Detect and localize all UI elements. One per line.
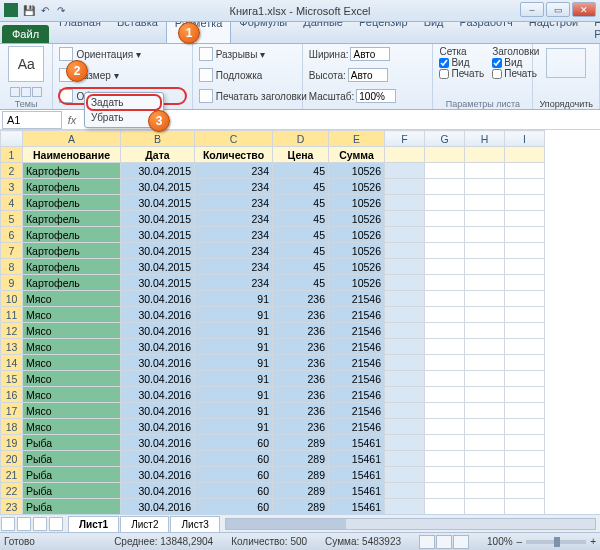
col-header-F[interactable]: F xyxy=(385,131,425,147)
cell[interactable]: Картофель xyxy=(23,227,121,243)
cell[interactable]: 45 xyxy=(273,275,329,291)
cell[interactable]: Рыба xyxy=(23,499,121,515)
cell[interactable]: 60 xyxy=(195,483,273,499)
cell[interactable]: 236 xyxy=(273,291,329,307)
cell[interactable]: 30.04.2016 xyxy=(121,403,195,419)
row-header-16[interactable]: 16 xyxy=(1,387,23,403)
row-header-17[interactable]: 17 xyxy=(1,403,23,419)
cell[interactable]: 15461 xyxy=(329,483,385,499)
cell[interactable]: 289 xyxy=(273,435,329,451)
cell[interactable]: Картофель xyxy=(23,179,121,195)
header-cell[interactable]: Цена xyxy=(273,147,329,163)
zoom-out-icon[interactable]: – xyxy=(517,536,523,547)
cell[interactable]: 15461 xyxy=(329,451,385,467)
row-header-21[interactable]: 21 xyxy=(1,467,23,483)
cell[interactable]: 21546 xyxy=(329,403,385,419)
header-cell[interactable]: Сумма xyxy=(329,147,385,163)
cell[interactable]: 236 xyxy=(273,339,329,355)
cell[interactable]: 234 xyxy=(195,179,273,195)
cell[interactable]: 60 xyxy=(195,435,273,451)
cell[interactable]: 30.04.2016 xyxy=(121,435,195,451)
cell[interactable]: 10526 xyxy=(329,243,385,259)
col-header-H[interactable]: H xyxy=(465,131,505,147)
cell[interactable]: 30.04.2015 xyxy=(121,243,195,259)
cell[interactable]: 21546 xyxy=(329,419,385,435)
close-button[interactable]: ✕ xyxy=(572,2,596,17)
breaks-button[interactable]: Разрывы ▾ xyxy=(216,49,265,60)
cell[interactable]: 45 xyxy=(273,227,329,243)
cell[interactable]: Рыба xyxy=(23,467,121,483)
cell[interactable]: 30.04.2016 xyxy=(121,499,195,515)
cell[interactable]: 30.04.2015 xyxy=(121,179,195,195)
cell[interactable]: 21546 xyxy=(329,355,385,371)
horizontal-scrollbar[interactable] xyxy=(225,518,596,530)
cell[interactable]: 10526 xyxy=(329,275,385,291)
cell[interactable]: 289 xyxy=(273,483,329,499)
row-header-6[interactable]: 6 xyxy=(1,227,23,243)
name-box[interactable]: A1 xyxy=(2,111,62,129)
cell[interactable]: 234 xyxy=(195,275,273,291)
cell[interactable]: 234 xyxy=(195,163,273,179)
sheet-nav[interactable] xyxy=(0,517,64,531)
cell[interactable]: Рыба xyxy=(23,483,121,499)
row-header-19[interactable]: 19 xyxy=(1,435,23,451)
cell[interactable]: 30.04.2015 xyxy=(121,275,195,291)
redo-icon[interactable]: ↷ xyxy=(54,3,68,17)
cell[interactable]: 289 xyxy=(273,467,329,483)
cell[interactable]: 30.04.2015 xyxy=(121,227,195,243)
grid-print-check[interactable] xyxy=(439,69,449,79)
cell[interactable]: 45 xyxy=(273,179,329,195)
cell[interactable]: 91 xyxy=(195,371,273,387)
select-all-cell[interactable] xyxy=(1,131,23,147)
cell[interactable]: 30.04.2016 xyxy=(121,355,195,371)
cell[interactable]: 236 xyxy=(273,307,329,323)
sheet-tab-2[interactable]: Лист2 xyxy=(120,516,169,532)
fx-icon[interactable]: fx xyxy=(64,114,80,126)
col-header-A[interactable]: A xyxy=(23,131,121,147)
worksheet-grid[interactable]: ABCDEFGHI1НаименованиеДатаКоличествоЦена… xyxy=(0,130,600,528)
cell[interactable]: 289 xyxy=(273,451,329,467)
save-icon[interactable]: 💾 xyxy=(22,3,36,17)
cell[interactable]: 21546 xyxy=(329,323,385,339)
cell[interactable]: 30.04.2016 xyxy=(121,339,195,355)
height-input[interactable] xyxy=(348,68,388,82)
cell[interactable]: 91 xyxy=(195,323,273,339)
cell[interactable]: Мясо xyxy=(23,307,121,323)
cell[interactable]: 45 xyxy=(273,259,329,275)
header-cell[interactable]: Дата xyxy=(121,147,195,163)
cell[interactable]: Мясо xyxy=(23,291,121,307)
width-input[interactable] xyxy=(350,47,390,61)
cell[interactable]: 30.04.2016 xyxy=(121,291,195,307)
cell[interactable]: 15461 xyxy=(329,467,385,483)
cell[interactable]: Мясо xyxy=(23,371,121,387)
cell[interactable]: 91 xyxy=(195,307,273,323)
cell[interactable]: Мясо xyxy=(23,387,121,403)
cell[interactable]: 91 xyxy=(195,355,273,371)
cell[interactable]: 45 xyxy=(273,211,329,227)
zoom-control[interactable]: 100% – + xyxy=(487,536,596,547)
cell[interactable]: Мясо xyxy=(23,323,121,339)
cell[interactable]: 10526 xyxy=(329,227,385,243)
themes-button[interactable]: Aa xyxy=(8,46,44,82)
cell[interactable]: Картофель xyxy=(23,195,121,211)
cell[interactable]: Рыба xyxy=(23,451,121,467)
cell[interactable]: 30.04.2016 xyxy=(121,467,195,483)
cell[interactable]: 91 xyxy=(195,339,273,355)
cell[interactable]: 30.04.2015 xyxy=(121,211,195,227)
cell[interactable]: 10526 xyxy=(329,179,385,195)
header-cell[interactable]: Количество xyxy=(195,147,273,163)
row-header-14[interactable]: 14 xyxy=(1,355,23,371)
cell[interactable]: 234 xyxy=(195,243,273,259)
head-print-check[interactable] xyxy=(492,69,502,79)
cell[interactable]: 30.04.2016 xyxy=(121,371,195,387)
row-header-10[interactable]: 10 xyxy=(1,291,23,307)
undo-icon[interactable]: ↶ xyxy=(38,3,52,17)
col-header-G[interactable]: G xyxy=(425,131,465,147)
cell[interactable]: Мясо xyxy=(23,339,121,355)
row-header-4[interactable]: 4 xyxy=(1,195,23,211)
row-header-5[interactable]: 5 xyxy=(1,211,23,227)
cell[interactable]: 30.04.2016 xyxy=(121,451,195,467)
cell[interactable]: 21546 xyxy=(329,371,385,387)
cell[interactable]: Мясо xyxy=(23,419,121,435)
cell[interactable]: 236 xyxy=(273,323,329,339)
